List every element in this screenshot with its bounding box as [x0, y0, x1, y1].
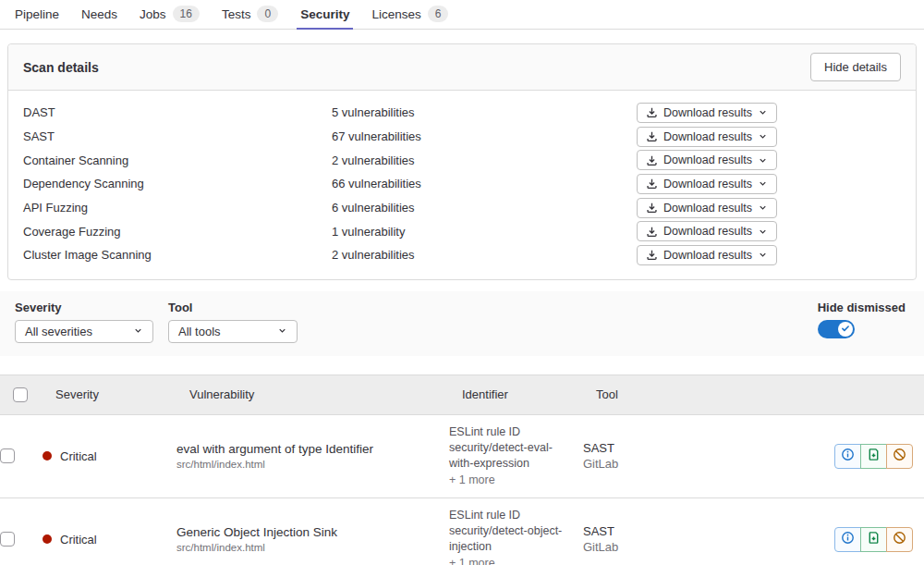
download-results-button[interactable]: Download results [637, 198, 777, 218]
dismiss-icon [893, 531, 906, 547]
scan-vulnerability-count: 66 vulnerabilities [332, 177, 637, 190]
row-actions [834, 444, 913, 469]
chevron-down-icon [758, 250, 768, 260]
chevron-down-icon [758, 131, 768, 141]
download-results-button[interactable]: Download results [637, 127, 777, 147]
severity-filter-dropdown[interactable]: All severities [15, 320, 153, 343]
tab-label: Pipeline [15, 7, 59, 21]
row-actions [834, 527, 913, 552]
tool-filter-dropdown[interactable]: All tools [168, 320, 298, 343]
scan-name: DAST [23, 105, 332, 119]
tab-jobs[interactable]: Jobs16 [136, 0, 203, 30]
severity-filter-group: Severity All severities [15, 301, 153, 343]
tab-tests[interactable]: Tests0 [218, 0, 282, 30]
hide-dismissed-toggle[interactable] [818, 320, 855, 338]
tool-filter-value: All tools [178, 325, 221, 338]
scan-name: API Fuzzing [23, 201, 332, 215]
download-icon [646, 202, 658, 214]
more-info-button[interactable] [834, 444, 861, 469]
scan-name: Dependency Scanning [23, 177, 332, 190]
scan-name: Container Scanning [23, 154, 332, 167]
vulnerability-report-table: Severity Vulnerability Identifier Tool C… [0, 375, 924, 565]
download-results-button[interactable]: Download results [637, 221, 777, 241]
select-all-checkbox[interactable] [13, 387, 28, 402]
tool-filter-group: Tool All tools [168, 301, 298, 343]
chevron-down-icon [758, 178, 768, 189]
download-icon [646, 178, 658, 190]
identifier-cell: ESLint rule ID security/detect-object-in… [449, 508, 583, 565]
column-header-tool: Tool [596, 387, 702, 401]
vulnerability-location: src/html/index.html [176, 542, 449, 553]
scan-row: Coverage Fuzzing 1 vulnerability Downloa… [23, 219, 901, 243]
identifier-text: ESLint rule ID security/detect-object-in… [449, 508, 574, 555]
hide-details-button[interactable]: Hide details [810, 53, 901, 81]
severity-label: Critical [60, 533, 97, 547]
create-issue-icon [867, 531, 881, 547]
critical-severity-icon [43, 451, 52, 461]
information-icon [841, 448, 855, 464]
dismiss-vulnerability-button[interactable] [886, 444, 913, 469]
tool-filter-label: Tool [168, 301, 298, 314]
tool-cell: SAST GitLab [583, 440, 689, 472]
row-checkbox[interactable] [0, 532, 15, 547]
identifier-more-link[interactable]: + 1 more [449, 473, 574, 488]
check-icon [841, 322, 850, 336]
vulnerability-location: src/html/index.html [176, 459, 449, 470]
scan-name: Coverage Fuzzing [23, 225, 332, 239]
information-icon [841, 531, 855, 547]
tab-pipeline[interactable]: Pipeline [11, 0, 63, 30]
scan-vulnerability-count: 1 vulnerability [332, 225, 637, 239]
download-icon [646, 130, 658, 142]
chevron-down-icon [277, 325, 287, 338]
scan-name: Cluster Image Scanning [23, 248, 332, 262]
more-info-button[interactable] [834, 527, 861, 552]
tab-count-badge: 16 [173, 6, 200, 22]
dismiss-vulnerability-button[interactable] [886, 527, 913, 552]
download-results-button[interactable]: Download results [637, 150, 777, 170]
severity-cell: Critical [43, 533, 176, 547]
create-issue-button[interactable] [860, 444, 887, 469]
scanner-vendor: GitLab [583, 539, 689, 555]
filter-bar: Severity All severities Tool All tools H… [0, 291, 924, 356]
download-results-button[interactable]: Download results [637, 245, 777, 265]
download-results-label: Download results [663, 130, 752, 143]
download-results-button[interactable]: Download results [637, 174, 777, 194]
row-checkbox[interactable] [0, 448, 15, 463]
scan-row: Cluster Image Scanning 2 vulnerabilities… [23, 243, 901, 267]
tab-licenses[interactable]: Licenses6 [368, 0, 452, 30]
vulnerability-cell: Generic Object Injection Sink src/html/i… [176, 525, 449, 553]
chevron-down-icon [758, 203, 768, 213]
scan-vulnerability-count: 5 vulnerabilities [332, 105, 637, 119]
scan-details-header: Scan details Hide details [8, 44, 916, 91]
vulnerability-title-link[interactable]: Generic Object Injection Sink [176, 525, 449, 539]
column-header-severity: Severity [55, 387, 189, 401]
scan-vulnerability-count: 6 vulnerabilities [332, 201, 637, 215]
vulnerability-title-link[interactable]: eval with argument of type Identifier [176, 442, 449, 456]
scan-row: API Fuzzing 6 vulnerabilities Download r… [23, 196, 901, 220]
download-icon [646, 226, 658, 238]
tab-label: Licenses [371, 7, 420, 21]
identifier-more-link[interactable]: + 1 more [449, 556, 574, 565]
chevron-down-icon [758, 155, 768, 166]
scan-details-title: Scan details [23, 60, 99, 75]
scan-vulnerability-count: 2 vulnerabilities [332, 154, 637, 167]
tab-label: Security [300, 7, 349, 21]
severity-filter-label: Severity [15, 301, 153, 314]
severity-label: Critical [60, 449, 97, 463]
dismiss-icon [893, 448, 906, 464]
download-results-button[interactable]: Download results [637, 103, 777, 123]
create-issue-icon [867, 448, 881, 464]
create-issue-button[interactable] [860, 527, 887, 552]
pipeline-tabs: Pipeline Needs Jobs16 Tests0 Security Li… [0, 0, 924, 30]
severity-cell: Critical [43, 449, 176, 463]
scan-details-card: Scan details Hide details DAST 5 vulnera… [7, 43, 917, 280]
download-results-label: Download results [663, 106, 752, 119]
tab-label: Tests [222, 7, 251, 21]
tab-needs[interactable]: Needs [78, 0, 121, 30]
tab-label: Jobs [140, 7, 166, 21]
vulnerability-cell: eval with argument of type Identifier sr… [176, 442, 449, 470]
severity-filter-value: All severities [25, 325, 92, 338]
tab-security[interactable]: Security [297, 0, 353, 30]
download-icon [646, 106, 658, 118]
download-results-label: Download results [663, 249, 752, 262]
